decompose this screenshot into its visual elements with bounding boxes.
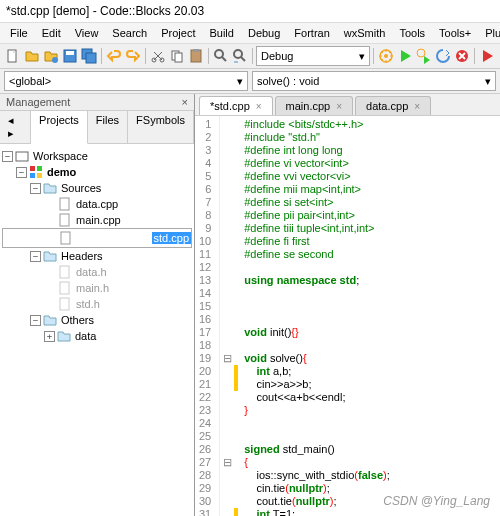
- close-tab-icon[interactable]: ×: [336, 101, 342, 112]
- cut-icon[interactable]: [149, 47, 167, 65]
- management-header: Management×: [0, 94, 194, 111]
- redo-icon[interactable]: [124, 47, 142, 65]
- workspace-icon: [15, 149, 29, 163]
- paste-icon[interactable]: [187, 47, 205, 65]
- menu-fortran[interactable]: Fortran: [288, 25, 335, 41]
- menu-debug[interactable]: Debug: [242, 25, 286, 41]
- svg-rect-24: [60, 214, 69, 226]
- svg-rect-0: [8, 50, 16, 62]
- mgmt-tab-fsymbols[interactable]: FSymbols: [128, 111, 194, 143]
- expand-icon[interactable]: −: [30, 251, 41, 262]
- svg-rect-21: [30, 173, 35, 178]
- svg-rect-18: [16, 152, 28, 161]
- expand-icon[interactable]: −: [16, 167, 27, 178]
- svg-point-12: [215, 50, 223, 58]
- tree-file-selected[interactable]: std.cpp: [152, 232, 191, 244]
- svg-rect-11: [193, 49, 199, 52]
- svg-rect-26: [60, 266, 69, 278]
- tree-sources[interactable]: Sources: [59, 182, 103, 194]
- file-icon: [58, 197, 72, 211]
- menu-tools[interactable]: Tools: [393, 25, 431, 41]
- editor-tab[interactable]: main.cpp×: [275, 96, 353, 115]
- svg-point-1: [52, 57, 58, 63]
- file-icon: [58, 265, 72, 279]
- menu-wxsmith[interactable]: wxSmith: [338, 25, 392, 41]
- tree-project[interactable]: demo: [45, 166, 78, 178]
- menu-build[interactable]: Build: [203, 25, 239, 41]
- svg-rect-20: [37, 166, 42, 171]
- save-all-icon[interactable]: [80, 47, 98, 65]
- tree-headers[interactable]: Headers: [59, 250, 105, 262]
- copy-icon[interactable]: [168, 47, 186, 65]
- fold-gutter[interactable]: ⊟⊟: [220, 116, 234, 516]
- tree-file[interactable]: data: [73, 330, 98, 342]
- svg-rect-22: [37, 173, 42, 178]
- rebuild-icon[interactable]: [434, 47, 452, 65]
- file-icon: [59, 231, 73, 245]
- open-icon[interactable]: [23, 47, 41, 65]
- tree-file[interactable]: data.h: [74, 266, 109, 278]
- file-icon: [58, 213, 72, 227]
- project-icon: [29, 165, 43, 179]
- svg-rect-19: [30, 166, 35, 171]
- folder-icon: [43, 181, 57, 195]
- open-recent-icon[interactable]: [42, 47, 60, 65]
- file-icon: [58, 297, 72, 311]
- scope-left-select[interactable]: <global>▾: [4, 71, 248, 91]
- expand-icon[interactable]: −: [30, 315, 41, 326]
- build-target-select[interactable]: Debug▾: [256, 46, 370, 66]
- tree-file[interactable]: main.cpp: [74, 214, 123, 226]
- build-run-icon[interactable]: [415, 47, 433, 65]
- folder-icon: [43, 249, 57, 263]
- menu-tools+[interactable]: Tools+: [433, 25, 477, 41]
- new-file-icon[interactable]: [4, 47, 22, 65]
- mgmt-tab-projects[interactable]: Projects: [31, 111, 88, 144]
- svg-rect-27: [60, 282, 69, 294]
- run-icon[interactable]: [396, 47, 414, 65]
- menu-plugins[interactable]: Plugins: [479, 25, 500, 41]
- find-icon[interactable]: [212, 47, 230, 65]
- svg-rect-23: [60, 198, 69, 210]
- scope-right-select[interactable]: solve() : void▾: [252, 71, 496, 91]
- svg-point-13: [234, 50, 242, 58]
- code-editor[interactable]: 1234567891011121314151617181920212223242…: [195, 116, 500, 516]
- tree-file[interactable]: data.cpp: [74, 198, 120, 210]
- toolbar-main: Debug▾: [0, 44, 500, 69]
- expand-icon[interactable]: +: [44, 331, 55, 342]
- menu-project[interactable]: Project: [155, 25, 201, 41]
- save-icon[interactable]: [61, 47, 79, 65]
- tree-others[interactable]: Others: [59, 314, 96, 326]
- tree-file[interactable]: main.h: [74, 282, 111, 294]
- menu-view[interactable]: View: [69, 25, 105, 41]
- svg-rect-5: [86, 53, 96, 63]
- abort-icon[interactable]: [453, 47, 471, 65]
- expand-icon[interactable]: −: [2, 151, 13, 162]
- mgmt-tab-nav[interactable]: ◂ ▸: [0, 111, 31, 143]
- line-gutter: 1234567891011121314151617181920212223242…: [195, 116, 220, 516]
- folder-icon: [57, 329, 71, 343]
- close-tab-icon[interactable]: ×: [256, 101, 262, 112]
- menu-file[interactable]: File: [4, 25, 34, 41]
- tree-workspace[interactable]: Workspace: [31, 150, 90, 162]
- menu-edit[interactable]: Edit: [36, 25, 67, 41]
- editor-tab[interactable]: *std.cpp×: [199, 96, 273, 115]
- source-text[interactable]: #include <bits/stdc++.h>#include "std.h"…: [240, 116, 500, 516]
- undo-icon[interactable]: [105, 47, 123, 65]
- mgmt-tab-files[interactable]: Files: [88, 111, 128, 143]
- menu-bar: FileEditViewSearchProjectBuildDebugFortr…: [0, 23, 500, 44]
- replace-icon[interactable]: [231, 47, 249, 65]
- folder-icon: [43, 313, 57, 327]
- project-tree: −Workspace −demo −Sources data.cpp main.…: [0, 144, 194, 516]
- svg-point-16: [417, 49, 425, 57]
- close-tab-icon[interactable]: ×: [414, 101, 420, 112]
- tree-file[interactable]: std.h: [74, 298, 102, 310]
- menu-search[interactable]: Search: [106, 25, 153, 41]
- svg-rect-3: [66, 51, 74, 55]
- close-icon[interactable]: ×: [182, 96, 188, 108]
- debug-start-icon[interactable]: [478, 47, 496, 65]
- editor-tab[interactable]: data.cpp×: [355, 96, 431, 115]
- expand-icon[interactable]: −: [30, 183, 41, 194]
- build-icon[interactable]: [377, 47, 395, 65]
- scope-bar: <global>▾ solve() : void▾: [0, 69, 500, 94]
- svg-rect-25: [61, 232, 70, 244]
